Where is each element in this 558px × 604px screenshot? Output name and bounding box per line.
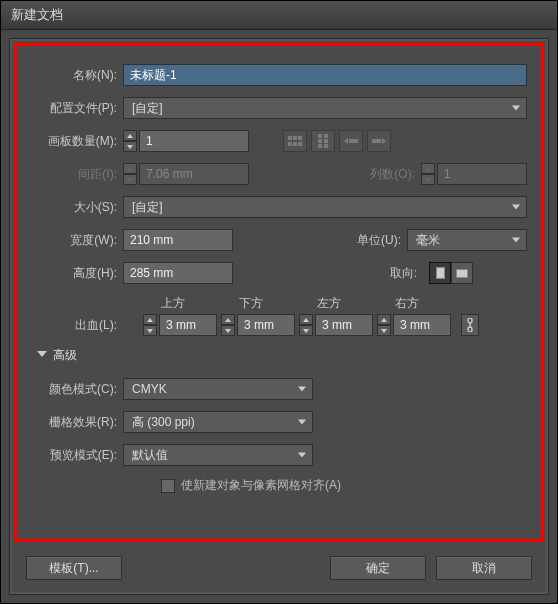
- bleed-bottom-stepper[interactable]: [221, 314, 235, 336]
- svg-marker-29: [381, 329, 387, 333]
- artboard-count-label: 画板数量(M):: [31, 133, 123, 150]
- cols-input: 1: [437, 163, 527, 185]
- bleed-bottom-header: 下方: [237, 295, 315, 312]
- cancel-button[interactable]: 取消: [436, 556, 532, 580]
- width-label: 宽度(W):: [31, 232, 123, 249]
- bleed-bottom-input[interactable]: 3 mm: [237, 314, 295, 336]
- svg-rect-10: [318, 139, 322, 143]
- units-label: 单位(U):: [337, 232, 407, 249]
- svg-marker-14: [344, 138, 348, 144]
- units-dropdown[interactable]: 毫米: [407, 229, 527, 251]
- svg-marker-1: [127, 145, 133, 149]
- preview-label: 预览模式(E):: [31, 447, 123, 464]
- svg-marker-24: [225, 318, 231, 322]
- advanced-title: 高级: [53, 347, 77, 364]
- svg-marker-18: [127, 167, 133, 171]
- svg-marker-25: [225, 329, 231, 333]
- highlighted-region: 名称(N): 未标题-1 配置文件(P): [自定] 画板数量(M): 1: [14, 43, 544, 542]
- svg-marker-21: [425, 178, 431, 182]
- svg-rect-2: [288, 136, 292, 140]
- chevron-down-icon: [37, 351, 47, 361]
- profile-dropdown[interactable]: [自定]: [123, 97, 527, 119]
- preview-dropdown[interactable]: 默认值: [123, 444, 313, 466]
- name-input[interactable]: 未标题-1: [123, 64, 527, 86]
- spacing-stepper: [123, 163, 137, 185]
- dialog-footer: 模板(T)... 确定 取消: [10, 546, 548, 594]
- arrange-row-ltr-icon: [367, 130, 391, 152]
- arrange-grid-row-icon: [283, 130, 307, 152]
- svg-marker-22: [147, 318, 153, 322]
- templates-button[interactable]: 模板(T)...: [26, 556, 122, 580]
- ok-button[interactable]: 确定: [330, 556, 426, 580]
- color-mode-label: 颜色模式(C):: [31, 381, 123, 398]
- svg-rect-3: [293, 136, 297, 140]
- profile-label: 配置文件(P):: [31, 100, 123, 117]
- advanced-section-toggle[interactable]: 高级: [31, 347, 527, 364]
- svg-rect-7: [298, 142, 302, 146]
- spacing-input: 7.06 mm: [139, 163, 249, 185]
- svg-marker-19: [127, 178, 133, 182]
- svg-marker-27: [303, 329, 309, 333]
- bleed-right-stepper[interactable]: [377, 314, 391, 336]
- spacing-label: 间距(I):: [31, 166, 123, 183]
- align-pixel-checkbox[interactable]: [161, 479, 175, 493]
- bleed-left-header: 左方: [315, 295, 393, 312]
- name-label: 名称(N):: [31, 67, 123, 84]
- orient-portrait-button[interactable]: [429, 262, 451, 284]
- height-input[interactable]: 285 mm: [123, 262, 233, 284]
- width-input[interactable]: 210 mm: [123, 229, 233, 251]
- bleed-top-input[interactable]: 3 mm: [159, 314, 217, 336]
- artboard-count-stepper[interactable]: [123, 130, 137, 152]
- svg-marker-17: [382, 138, 386, 144]
- raster-dropdown[interactable]: 高 (300 ppi): [123, 411, 313, 433]
- artboard-count-input[interactable]: 1: [139, 130, 249, 152]
- align-pixel-label: 使新建对象与像素网格对齐(A): [181, 477, 341, 494]
- orient-landscape-button[interactable]: [451, 262, 473, 284]
- bleed-right-header: 右方: [393, 295, 471, 312]
- svg-rect-5: [288, 142, 292, 146]
- bleed-left-stepper[interactable]: [299, 314, 313, 336]
- bleed-left-input[interactable]: 3 mm: [315, 314, 373, 336]
- svg-rect-6: [293, 142, 297, 146]
- arrange-grid-col-icon: [311, 130, 335, 152]
- svg-rect-32: [469, 322, 470, 328]
- new-document-dialog: 新建文档 名称(N): 未标题-1 配置文件(P): [自定] 画板数量(M):: [0, 0, 558, 604]
- portrait-icon: [436, 267, 445, 279]
- cols-label: 列数(O):: [351, 166, 421, 183]
- svg-rect-8: [318, 134, 322, 138]
- svg-rect-13: [324, 144, 328, 148]
- bleed-link-button[interactable]: [461, 314, 479, 336]
- svg-rect-12: [318, 144, 322, 148]
- svg-rect-9: [324, 134, 328, 138]
- svg-rect-15: [349, 139, 358, 143]
- bleed-right-input[interactable]: 3 mm: [393, 314, 451, 336]
- landscape-icon: [456, 269, 468, 278]
- svg-rect-16: [372, 139, 381, 143]
- orient-label: 取向:: [373, 265, 423, 282]
- bleed-top-stepper[interactable]: [143, 314, 157, 336]
- svg-marker-28: [381, 318, 387, 322]
- window-title: 新建文档: [11, 7, 63, 22]
- titlebar: 新建文档: [1, 1, 557, 30]
- bleed-top-header: 上方: [159, 295, 237, 312]
- arrange-row-rtl-icon: [339, 130, 363, 152]
- svg-rect-11: [324, 139, 328, 143]
- cols-stepper: [421, 163, 435, 185]
- svg-marker-20: [425, 167, 431, 171]
- color-mode-dropdown[interactable]: CMYK: [123, 378, 313, 400]
- size-dropdown[interactable]: [自定]: [123, 196, 527, 218]
- size-label: 大小(S):: [31, 199, 123, 216]
- svg-rect-4: [298, 136, 302, 140]
- svg-marker-26: [303, 318, 309, 322]
- bleed-label: 出血(L):: [31, 317, 123, 334]
- dialog-body: 名称(N): 未标题-1 配置文件(P): [自定] 画板数量(M): 1: [9, 38, 549, 595]
- height-label: 高度(H):: [31, 265, 123, 282]
- raster-label: 栅格效果(R):: [31, 414, 123, 431]
- svg-marker-23: [147, 329, 153, 333]
- svg-marker-0: [127, 134, 133, 138]
